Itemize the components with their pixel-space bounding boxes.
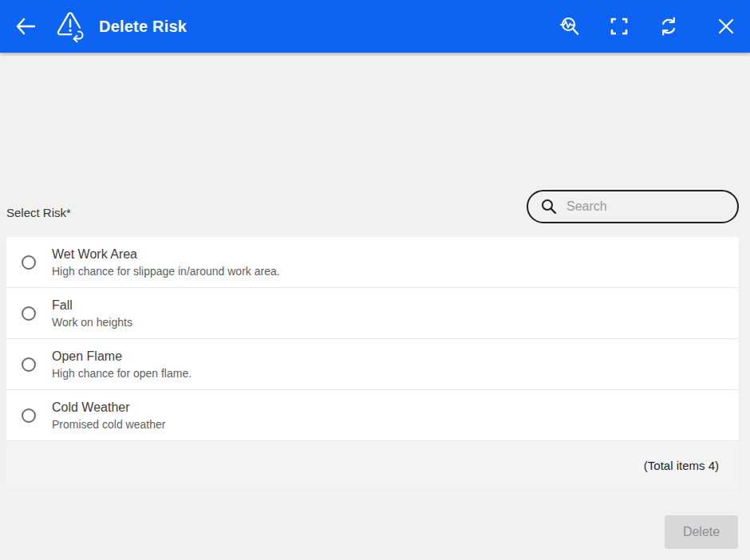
close-button[interactable]	[710, 10, 742, 42]
risk-text-group: Wet Work Area High chance for slippage i…	[52, 246, 280, 279]
risk-rows: Wet Work Area High chance for slippage i…	[6, 237, 739, 441]
refresh-button[interactable]	[653, 10, 685, 42]
fullscreen-button[interactable]	[603, 10, 635, 42]
search-icon	[541, 199, 557, 215]
risk-title: Wet Work Area	[52, 246, 280, 263]
risk-title: Fall	[52, 297, 132, 314]
risk-text-group: Cold Weather Promised cold weather	[52, 399, 165, 432]
refresh-icon	[659, 17, 678, 36]
risk-delete-warning-icon	[49, 6, 91, 47]
risk-radio[interactable]	[22, 306, 36, 321]
risk-title: Cold Weather	[52, 399, 165, 416]
page-title: Delete Risk	[99, 18, 187, 36]
list-footer: (Total items 4)	[6, 441, 739, 490]
risk-radio[interactable]	[22, 255, 36, 270]
header-left-group: Delete Risk	[10, 6, 187, 47]
header-actions	[554, 10, 742, 42]
fullscreen-icon	[610, 18, 628, 35]
close-icon	[717, 18, 735, 35]
risk-list-item[interactable]: Fall Work on heights	[6, 288, 739, 339]
select-risk-label: Select Risk*	[6, 206, 71, 219]
delete-button[interactable]: Delete	[665, 515, 738, 549]
search-box[interactable]	[527, 190, 739, 223]
header-bar: Delete Risk	[0, 0, 750, 53]
risk-description: Promised cold weather	[52, 416, 165, 432]
risk-radio[interactable]	[22, 357, 36, 372]
risk-radio[interactable]	[22, 408, 36, 423]
search-input[interactable]	[566, 199, 726, 214]
risk-description: Work on heights	[52, 314, 132, 330]
risk-list-item[interactable]: Cold Weather Promised cold weather	[6, 390, 739, 441]
risk-title: Open Flame	[52, 348, 191, 365]
risk-text-group: Open Flame High chance for open flame.	[52, 348, 191, 381]
search-activity-icon	[559, 16, 580, 37]
total-items-label: (Total items 4)	[644, 459, 719, 472]
risk-description: High chance for slippage in/around work …	[52, 263, 280, 279]
risk-list: Wet Work Area High chance for slippage i…	[6, 237, 739, 490]
risk-list-item[interactable]: Wet Work Area High chance for slippage i…	[6, 237, 739, 288]
risk-text-group: Fall Work on heights	[52, 297, 132, 330]
back-arrow-icon	[15, 18, 36, 35]
risk-list-item[interactable]: Open Flame High chance for open flame.	[6, 339, 739, 390]
back-button[interactable]	[10, 10, 41, 42]
risk-description: High chance for open flame.	[52, 365, 191, 381]
search-activity-button[interactable]	[554, 10, 586, 42]
